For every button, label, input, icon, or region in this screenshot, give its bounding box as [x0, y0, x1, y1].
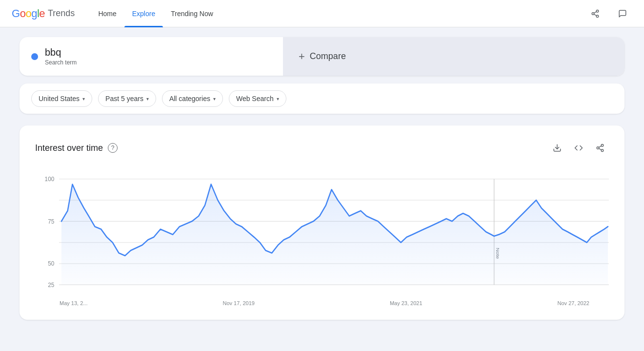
compare-button[interactable]: + Compare — [283, 37, 624, 76]
logo-area: Google Trends — [12, 7, 75, 20]
svg-line-10 — [599, 146, 601, 147]
search-info: bbq Search term — [45, 47, 77, 66]
nav-trending[interactable]: Trending Now — [163, 0, 221, 27]
region-chevron-icon: ▾ — [82, 96, 85, 102]
main-nav: Home Explore Trending Now — [90, 0, 221, 27]
search-term-label: Search term — [45, 59, 77, 66]
chart-card: Interest over time ? — [20, 125, 624, 320]
download-button[interactable] — [548, 139, 566, 157]
search-compare-card: bbq Search term + Compare — [20, 37, 624, 76]
filters-card: United States ▾ Past 5 years ▾ All categ… — [20, 83, 624, 114]
interest-chart: 100 75 50 25 Note — [35, 168, 609, 295]
x-label-2: May 23, 2021 — [390, 300, 423, 306]
time-range-filter[interactable]: Past 5 years ▾ — [98, 90, 156, 107]
search-dot-indicator — [31, 53, 38, 60]
time-range-filter-label: Past 5 years — [105, 95, 143, 103]
search-type-chevron-icon: ▾ — [277, 96, 279, 102]
svg-line-9 — [599, 148, 601, 150]
svg-text:75: 75 — [48, 218, 54, 225]
category-filter[interactable]: All categories ▾ — [162, 90, 223, 107]
category-chevron-icon: ▾ — [213, 96, 216, 102]
compare-plus-icon: + — [299, 50, 305, 63]
embed-button[interactable] — [570, 139, 587, 157]
svg-text:50: 50 — [48, 260, 54, 268]
category-filter-label: All categories — [169, 95, 210, 103]
main-content: bbq Search term + Compare United States … — [0, 27, 644, 330]
search-type-filter-label: Web Search — [236, 95, 274, 103]
svg-line-3 — [594, 14, 596, 16]
chart-header: Interest over time ? — [35, 139, 609, 157]
chart-title: Interest over time — [35, 143, 103, 153]
search-term-area: bbq Search term — [20, 37, 283, 76]
x-label-3: Nov 27, 2022 — [558, 300, 589, 306]
region-filter-label: United States — [39, 95, 80, 103]
nav-home[interactable]: Home — [90, 0, 124, 27]
time-chevron-icon: ▾ — [146, 96, 149, 102]
svg-line-4 — [594, 11, 596, 13]
search-term: bbq — [45, 47, 77, 58]
help-icon[interactable]: ? — [108, 143, 118, 153]
compare-label: Compare — [310, 51, 346, 62]
svg-text:100: 100 — [45, 175, 55, 183]
svg-text:25: 25 — [48, 281, 54, 289]
chart-title-area: Interest over time ? — [35, 143, 118, 153]
x-label-1: Nov 17, 2019 — [222, 300, 254, 306]
x-label-0: May 13, 2... — [60, 300, 87, 306]
google-logo: Google — [12, 7, 45, 20]
trends-logo-text: Trends — [48, 8, 75, 19]
nav-explore[interactable]: Explore — [124, 0, 163, 27]
region-filter[interactable]: United States ▾ — [31, 90, 92, 107]
header-actions — [585, 4, 632, 23]
chart-share-button[interactable] — [591, 139, 609, 157]
svg-marker-23 — [61, 185, 608, 285]
chart-container: 100 75 50 25 Note May 13, 2... — [35, 168, 609, 306]
feedback-button[interactable] — [613, 4, 632, 23]
header: Google Trends Home Explore Trending Now — [0, 0, 644, 27]
chart-actions — [548, 139, 609, 157]
search-type-filter[interactable]: Web Search ▾ — [229, 90, 286, 107]
share-button[interactable] — [585, 4, 605, 23]
x-axis-labels: May 13, 2... Nov 17, 2019 May 23, 2021 N… — [35, 297, 609, 306]
